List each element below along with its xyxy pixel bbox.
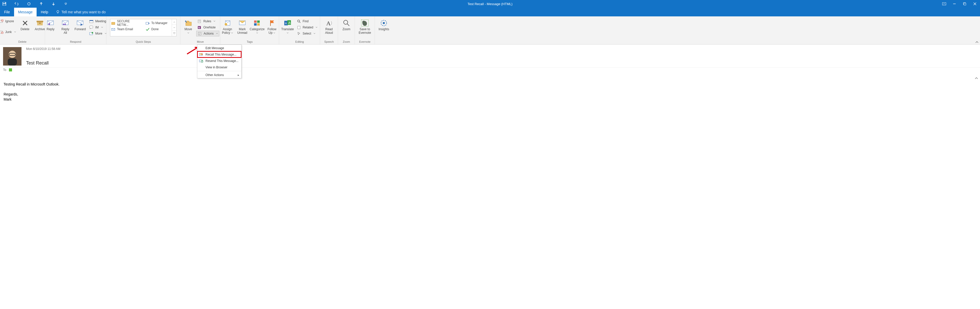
ignore-icon	[0, 19, 3, 24]
insights-button[interactable]: Insights	[377, 18, 391, 31]
previous-item-icon[interactable]	[39, 2, 43, 6]
minimize-button[interactable]	[949, 0, 959, 8]
qs-team-email[interactable]: Team Email	[111, 26, 140, 32]
gallery-expand-icon[interactable]	[172, 31, 176, 36]
save-icon[interactable]	[2, 2, 6, 6]
svg-rect-35	[257, 21, 260, 23]
select-button[interactable]: Select	[296, 31, 318, 37]
menu-resend-this-message[interactable]: Resend This Message...	[197, 57, 241, 64]
close-button[interactable]	[970, 0, 980, 8]
svg-rect-43	[298, 26, 300, 29]
meeting-button[interactable]: Meeting	[88, 18, 107, 24]
next-item-icon[interactable]	[51, 2, 56, 6]
reply-all-button[interactable]: ReplyAll	[58, 18, 72, 35]
group-label-insights	[377, 40, 391, 44]
translate-icon: aあ	[283, 19, 292, 27]
message-from	[26, 51, 60, 58]
follow-up-button[interactable]: FollowUp	[265, 18, 279, 35]
junk-button[interactable]: Junk	[0, 29, 17, 35]
svg-rect-4	[942, 3, 946, 5]
onenote-button[interactable]: N OneNote	[196, 25, 219, 30]
group-zoom: Zoom Zoom	[338, 16, 355, 44]
window-controls	[939, 0, 980, 8]
group-label-move: Move	[183, 40, 218, 44]
tab-help[interactable]: Help	[37, 8, 52, 16]
insights-icon	[380, 19, 388, 27]
collapse-ribbon-icon[interactable]	[975, 41, 978, 43]
collapse-header-icon[interactable]	[975, 77, 978, 80]
message-meta: Mon 6/10/2019 11:58 AM Test Recall	[26, 47, 60, 66]
group-label-quick-steps: Quick Steps	[108, 40, 178, 44]
tell-me-search[interactable]: Tell me what you want to do	[52, 8, 109, 16]
ribbon-tabs: File Message Help Tell me what you want …	[0, 8, 980, 16]
select-label: Select	[303, 32, 311, 35]
group-insights: Insights	[375, 16, 393, 44]
translate-button[interactable]: aあ Translate	[281, 18, 294, 35]
im-icon	[89, 25, 94, 30]
ribbon-display-options-icon[interactable]	[939, 0, 949, 8]
maximize-button[interactable]	[959, 0, 970, 8]
qs-to-manager[interactable]: To Manager	[146, 20, 174, 26]
move-button[interactable]: Move	[181, 18, 195, 35]
delete-button[interactable]: Delete	[18, 18, 32, 31]
gallery-scroll[interactable]	[172, 19, 176, 36]
svg-text:あ: あ	[288, 21, 291, 24]
chevron-down-icon	[14, 31, 16, 33]
to-manager-icon	[146, 22, 150, 25]
menu-edit-message[interactable]: Edit Message	[197, 45, 241, 51]
svg-rect-12	[37, 21, 43, 22]
tell-me-label: Tell me what you want to do	[61, 10, 106, 14]
related-button[interactable]: Related	[296, 25, 318, 30]
group-move: Move Rules N OneNote Actions Mov	[180, 16, 220, 44]
rules-icon	[197, 19, 202, 24]
save-to-evernote-button[interactable]: Save toEvernote	[358, 18, 372, 35]
reply-button[interactable]: Reply	[43, 18, 57, 31]
scroll-down-icon[interactable]	[172, 25, 176, 30]
quick-steps-gallery[interactable]: SECURE NETW... To Manager Team Email Don…	[110, 19, 177, 37]
chevron-down-icon	[315, 27, 318, 28]
find-button[interactable]: Find	[296, 18, 318, 24]
chevron-down-icon	[101, 27, 103, 28]
mark-unread-button[interactable]: MarkUnread	[235, 18, 249, 35]
respond-more-button[interactable]: More	[88, 31, 107, 37]
menu-recall-this-message[interactable]: Recall This Message...	[197, 51, 241, 57]
window-title: Test Recall - Message (HTML)	[468, 2, 512, 6]
menu-view-in-browser[interactable]: View in Browser	[197, 64, 241, 70]
customize-qat-icon[interactable]	[64, 2, 68, 6]
tab-file[interactable]: File	[0, 8, 14, 16]
group-label-respond: Respond	[47, 40, 104, 44]
actions-menu: Edit Message Recall This Message... Rese…	[197, 45, 242, 78]
svg-point-45	[344, 20, 348, 24]
zoom-icon	[342, 19, 350, 27]
ignore-button[interactable]: Ignore	[0, 18, 17, 24]
resend-icon	[199, 59, 204, 63]
svg-rect-34	[254, 21, 257, 23]
svg-text:a: a	[285, 22, 287, 25]
actions-button[interactable]: Actions	[196, 31, 219, 37]
tab-message[interactable]: Message	[14, 8, 37, 16]
svg-rect-13	[37, 22, 43, 25]
blank-icon	[199, 73, 204, 77]
group-speech: A ReadAloud Speech	[320, 16, 338, 44]
redo-icon[interactable]	[27, 2, 31, 6]
scroll-up-icon[interactable]	[172, 19, 176, 25]
menu-other-actions[interactable]: Other Actions ▸	[197, 72, 241, 78]
rules-button[interactable]: Rules	[196, 18, 219, 24]
group-editing: aあ Translate Find Related Select	[279, 16, 320, 44]
reply-icon	[46, 19, 54, 27]
undo-icon[interactable]	[14, 2, 19, 6]
forward-button[interactable]: Forward	[73, 18, 87, 31]
categorize-button[interactable]: Categorize	[250, 18, 264, 35]
insights-label: Insights	[379, 28, 389, 31]
assign-policy-button[interactable]: AssignPolicy	[221, 18, 234, 35]
qs-secure-network[interactable]: SECURE NETW...	[111, 20, 140, 26]
svg-rect-24	[146, 22, 149, 24]
im-label: IM	[95, 25, 99, 29]
qs-done[interactable]: Done	[146, 26, 174, 32]
group-label-editing: Editing	[281, 40, 318, 44]
zoom-button[interactable]: Zoom	[340, 18, 353, 31]
read-aloud-button[interactable]: A ReadAloud	[322, 18, 336, 35]
svg-text:A: A	[326, 20, 331, 26]
svg-point-48	[383, 22, 385, 24]
im-button[interactable]: IM	[88, 25, 107, 30]
